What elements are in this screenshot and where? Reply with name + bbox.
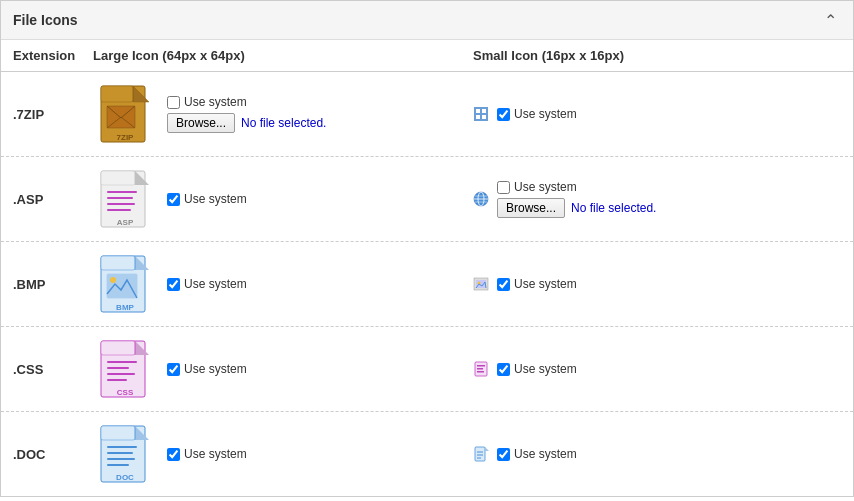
svg-text:CSS: CSS [117,388,134,397]
svg-rect-41 [107,361,137,363]
small-use-system-row: Use system [497,362,577,376]
large-no-file-text: No file selected. [241,116,326,130]
large-icon-col: BMP Use system [93,252,473,316]
large-use-system-checkbox[interactable] [167,363,180,376]
large-icon-col: ASP Use system [93,167,473,231]
large-icon-col: 7ZIP Use system Browse... No file select… [93,82,473,146]
small-use-system-checkbox[interactable] [497,448,510,461]
small-icon-preview [473,191,489,207]
large-use-system-row: Use system [167,192,247,206]
large-icon-controls: Use system Browse... No file selected. [167,95,326,133]
svg-rect-2 [101,86,133,102]
table-header: Extension Large Icon (64px x 64px) Small… [1,40,853,72]
file-icons-panel: File Icons ⌃ Extension Large Icon (64px … [0,0,854,497]
svg-text:BMP: BMP [116,303,134,312]
large-browse-row: Browse... No file selected. [167,113,326,133]
large-use-system-row: Use system [167,447,247,461]
table-row: .CSS CSS Use system [1,327,853,412]
extension-label: .DOC [13,447,93,462]
svg-rect-55 [107,452,133,454]
table-row: .BMP BMP Use system [1,242,853,327]
small-icon-preview [473,276,489,292]
extension-label: .CSS [13,362,93,377]
svg-rect-59 [475,447,485,461]
small-use-system-checkbox[interactable] [497,108,510,121]
large-icon-preview: CSS [93,337,157,401]
svg-rect-12 [482,115,486,119]
svg-text:ASP: ASP [117,218,134,227]
small-use-system-label: Use system [514,107,577,121]
small-icon-preview [473,106,489,122]
large-icon-controls: Use system [167,447,247,461]
header-small-icon: Small Icon (16px x 16px) [473,48,841,63]
large-icon-preview: DOC [93,422,157,486]
small-icon-preview [473,446,489,462]
large-browse-button[interactable]: Browse... [167,113,235,133]
small-icon-controls: Use system [497,277,577,291]
header-extension: Extension [13,48,93,63]
svg-rect-11 [476,115,480,119]
svg-rect-54 [107,446,137,448]
large-icon-preview: BMP [93,252,157,316]
extension-label: .7ZIP [13,107,93,122]
svg-rect-43 [107,373,135,375]
svg-rect-19 [107,203,135,205]
svg-rect-39 [101,341,135,355]
svg-rect-56 [107,458,135,460]
table-row: .7ZIP 7ZIP Use system Brow [1,72,853,157]
small-icon-controls: Use system [497,362,577,376]
large-use-system-row: Use system [167,277,247,291]
svg-rect-9 [476,109,480,113]
large-use-system-checkbox[interactable] [167,278,180,291]
large-icon-preview: ASP [93,167,157,231]
large-use-system-label: Use system [184,277,247,291]
panel-header: File Icons ⌃ [1,1,853,40]
small-use-system-checkbox[interactable] [497,278,510,291]
small-icon-col: Use system Browse... No file selected. [473,180,841,218]
svg-rect-10 [482,109,486,113]
small-use-system-label: Use system [514,277,577,291]
large-use-system-row: Use system [167,95,326,109]
svg-rect-57 [107,464,129,466]
large-icon-controls: Use system [167,277,247,291]
small-use-system-row: Use system [497,180,656,194]
small-use-system-label: Use system [514,447,577,461]
svg-marker-60 [485,447,489,451]
small-icon-col: Use system [473,276,841,292]
svg-rect-29 [101,256,135,270]
large-use-system-row: Use system [167,362,247,376]
large-icon-preview: 7ZIP [93,82,157,146]
collapse-button[interactable]: ⌃ [819,9,841,31]
table-row: .ASP ASP Use system [1,157,853,242]
small-icon-col: Use system [473,361,841,377]
table-row: .DOC DOC Use system [1,412,853,496]
small-use-system-label: Use system [514,362,577,376]
large-use-system-label: Use system [184,447,247,461]
small-icon-col: Use system [473,446,841,462]
small-use-system-checkbox[interactable] [497,363,510,376]
large-use-system-label: Use system [184,362,247,376]
large-use-system-checkbox[interactable] [167,193,180,206]
small-use-system-row: Use system [497,447,577,461]
small-icon-controls: Use system Browse... No file selected. [497,180,656,218]
svg-rect-18 [107,197,133,199]
large-use-system-label: Use system [184,95,247,109]
svg-rect-42 [107,367,129,369]
svg-rect-15 [101,171,135,185]
svg-rect-47 [477,365,485,367]
panel-title: File Icons [13,12,78,28]
small-use-system-label: Use system [514,180,577,194]
svg-rect-49 [477,371,484,373]
svg-rect-44 [107,379,127,381]
svg-point-32 [110,277,116,283]
svg-rect-48 [477,368,483,370]
small-browse-button[interactable]: Browse... [497,198,565,218]
svg-rect-17 [107,191,137,193]
small-icon-controls: Use system [497,447,577,461]
extension-label: .BMP [13,277,93,292]
small-use-system-checkbox[interactable] [497,181,510,194]
large-use-system-checkbox[interactable] [167,448,180,461]
large-use-system-checkbox[interactable] [167,96,180,109]
svg-text:7ZIP: 7ZIP [117,133,135,142]
rows-container: .7ZIP 7ZIP Use system Brow [1,72,853,496]
